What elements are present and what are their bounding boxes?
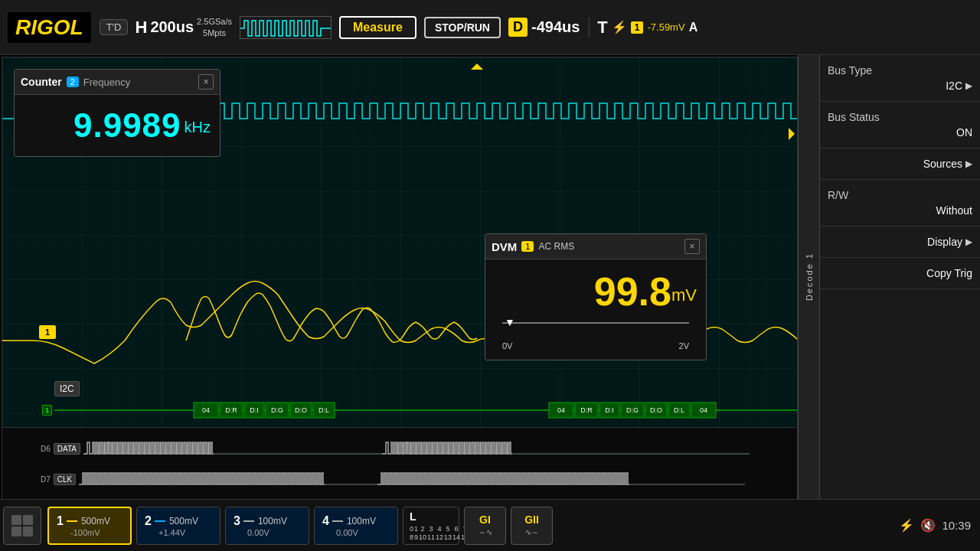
svg-text:D:G: D:G <box>271 406 283 414</box>
h-label: H <box>135 18 147 37</box>
bus-status-value[interactable]: ON <box>828 126 972 139</box>
main-area: 2 1 I2C Counter 2 Frequency × 9.9989kHz … <box>0 55 980 551</box>
ch1-button[interactable]: 1 500mV -100mV <box>47 507 132 545</box>
decode-tab: Decode 1 <box>799 55 820 499</box>
sources-value[interactable]: Sources ▶ <box>828 158 972 170</box>
svg-rect-39 <box>23 527 33 536</box>
dvm-title: DVM <box>492 240 517 253</box>
svg-text:04: 04 <box>557 406 565 414</box>
ch3-val2: 0.00V <box>247 528 270 537</box>
dvm-unit: mV <box>671 285 697 305</box>
svg-rect-36 <box>11 515 21 525</box>
gi-label: GI <box>479 514 491 526</box>
counter-close-button[interactable]: × <box>198 74 214 90</box>
bus-type-label: Bus Type <box>828 64 972 77</box>
svg-text:D:R: D:R <box>225 406 237 414</box>
svg-text:D:L: D:L <box>318 406 329 414</box>
ch2-button[interactable]: 2 500mV +1.44V <box>136 507 220 545</box>
dvm-value: 99.8 <box>594 269 671 314</box>
usb-icon: ⚡ <box>899 518 914 533</box>
speaker-icon: 🔇 <box>920 518 936 533</box>
trigger-edge-icon: ⚡ <box>612 20 627 34</box>
svg-text:D:I: D:I <box>250 406 259 414</box>
stoprun-button[interactable]: STOP/RUN <box>424 17 501 38</box>
bus-status-item[interactable]: Bus Status ON <box>820 102 980 148</box>
dvm-body: 99.8mV ▼ 0V 2V <box>485 259 706 360</box>
scale-max: 2V <box>679 341 689 350</box>
ch2-number: 2 <box>145 514 152 528</box>
scale-min: 0V <box>502 341 512 350</box>
sources-item[interactable]: Sources ▶ <box>820 148 980 180</box>
d6-label: DATA <box>54 443 80 455</box>
copy-trig-item[interactable]: Copy Trig <box>820 258 980 289</box>
display-arrow: ▶ <box>965 236 972 247</box>
svg-rect-38 <box>11 527 21 536</box>
gii-label: GII <box>524 514 539 526</box>
svg-text:D:I: D:I <box>605 406 614 414</box>
bus-type-item[interactable]: Bus Type I2C ▶ <box>820 55 980 102</box>
svg-text:D:L: D:L <box>674 406 684 414</box>
l-channels-button[interactable]: L 0 1 2 3 4 5 6 7 8 9 10 11 12 13 14 15 <box>403 507 459 545</box>
sample-info: 2.5GSa/s 5Mpts <box>197 16 232 38</box>
counter-measurement: Frequency <box>83 77 130 88</box>
ch3-val1: 100mV <box>243 516 287 527</box>
timebase-value[interactable]: 200us <box>150 18 194 36</box>
bottom-bar: 1 500mV -100mV 2 500mV +1.44V 3 100mV <box>0 499 980 551</box>
trigger-ch-badge: 1 <box>631 21 644 34</box>
d-label: D <box>508 18 528 37</box>
ch2-val1: 500mV <box>155 516 198 527</box>
display-item[interactable]: Display ▶ <box>820 227 980 258</box>
svg-text:04: 04 <box>700 406 707 414</box>
svg-text:D:G: D:G <box>626 406 639 414</box>
counter-ch-badge: 2 <box>67 77 79 87</box>
trigger-section: T ⚡ 1 -7.59mV A <box>589 18 697 37</box>
copy-trig-value[interactable]: Copy Trig <box>828 267 972 279</box>
grid-view-button[interactable] <box>3 507 41 545</box>
dvm-window: DVM 1 AC RMS × 99.8mV ▼ 0V <box>485 233 707 360</box>
d6-row: D6 DATA <box>2 435 798 462</box>
counter-window: Counter 2 Frequency × 9.9989kHz <box>14 69 220 157</box>
gi-button[interactable]: GI ～∿ <box>464 507 506 545</box>
delay-section: D -494us <box>508 18 580 37</box>
delay-value[interactable]: -494us <box>531 18 580 36</box>
rw-item[interactable]: R/W Without <box>820 180 980 227</box>
sidebar: Decode 1 Bus Type I2C ▶ Bus Status ON So… <box>798 55 980 499</box>
rw-value[interactable]: Without <box>828 204 972 217</box>
trigger-ch-a: A <box>689 21 698 34</box>
ch4-val1: 100mV <box>332 516 376 527</box>
i2c-decode-row: 04 D:R D:I D:G D:O D:L 04 D:R <box>2 396 798 423</box>
decode-tab-label: Decode 1 <box>805 253 814 301</box>
d7-row: D7 CLK <box>2 466 798 493</box>
gii-button[interactable]: GII ∿～ <box>511 507 553 545</box>
gii-wave-icon: ∿～ <box>525 527 539 538</box>
dvm-measurement: AC RMS <box>538 241 574 252</box>
ch4-button[interactable]: 4 100mV 0.00V <box>314 507 398 545</box>
timebase-section: H 200us 2.5GSa/s 5Mpts <box>135 16 231 38</box>
measure-button[interactable]: Measure <box>339 16 416 39</box>
ch3-button[interactable]: 3 100mV 0.00V <box>225 507 309 545</box>
ch2-val2: +1.44V <box>158 528 185 537</box>
header-bar: RIGOL T'D H 200us 2.5GSa/s 5Mpts Measure… <box>0 0 980 55</box>
counter-title-bar: Counter 2 Frequency × <box>15 70 220 95</box>
svg-text:04: 04 <box>202 406 210 414</box>
t-label: T <box>597 18 607 37</box>
d7-label: CLK <box>54 474 76 485</box>
digital-area: D6 DATA D7 CLK <box>2 427 798 500</box>
gi-wave-icon: ～∿ <box>479 527 492 538</box>
bus-type-arrow: ▶ <box>965 80 972 91</box>
dvm-scale-bar: ▼ <box>495 322 697 337</box>
bus-status-label: Bus Status <box>828 111 972 123</box>
trigger-voltage: -7.59mV <box>647 21 684 33</box>
svg-text:D:O: D:O <box>650 406 662 414</box>
counter-body: 9.9989kHz <box>15 95 220 156</box>
mode-badge[interactable]: T'D <box>100 19 129 35</box>
sources-arrow: ▶ <box>965 158 972 169</box>
display-value[interactable]: Display ▶ <box>828 236 972 248</box>
bus-type-value[interactable]: I2C ▶ <box>828 80 972 92</box>
ch1-marker: 1 <box>39 325 56 339</box>
counter-value: 9.9989 <box>74 106 181 144</box>
logo: RIGOL <box>8 12 91 43</box>
bottom-right-icons: ⚡ 🔇 10:39 <box>899 518 977 533</box>
dvm-close-button[interactable]: × <box>684 239 700 254</box>
ch1-val2: -100mV <box>70 528 100 537</box>
